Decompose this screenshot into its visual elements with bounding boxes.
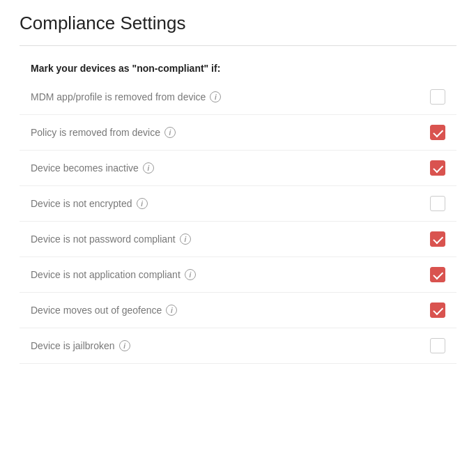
info-icon-device-inactive[interactable]: i <box>143 162 154 174</box>
list-item: Device moves out of geofencei <box>20 293 456 328</box>
list-item: Device is jailbrokeni <box>20 328 456 364</box>
list-item: Policy is removed from devicei <box>20 115 456 151</box>
checkbox-mdm-removed[interactable] <box>430 89 445 105</box>
info-icon-not-password-compliant[interactable]: i <box>180 234 191 245</box>
list-item: Device is not password complianti <box>20 222 456 257</box>
item-label-not-encrypted: Device is not encrypted <box>31 198 132 209</box>
item-label-geofence: Device moves out of geofence <box>31 305 162 316</box>
section-divider <box>20 45 456 46</box>
item-label-mdm-removed: MDM app/profile is removed from device <box>31 91 206 102</box>
checkbox-not-password-compliant[interactable] <box>430 231 445 247</box>
page-container: Compliance Settings Mark your devices as… <box>0 0 476 383</box>
item-left-mdm-removed: MDM app/profile is removed from devicei <box>31 91 221 102</box>
info-icon-geofence[interactable]: i <box>166 305 177 316</box>
info-icon-jailbroken[interactable]: i <box>119 340 130 351</box>
item-label-not-app-compliant: Device is not application compliant <box>31 269 181 280</box>
item-left-jailbroken: Device is jailbrokeni <box>31 340 130 351</box>
list-item: Device becomes inactivei <box>20 151 456 186</box>
checkbox-geofence[interactable] <box>430 303 445 318</box>
checkbox-jailbroken[interactable] <box>430 338 445 353</box>
page-title: Compliance Settings <box>20 13 456 34</box>
list-item: Device is not application complianti <box>20 257 456 293</box>
item-left-not-password-compliant: Device is not password complianti <box>31 234 191 245</box>
item-left-geofence: Device moves out of geofencei <box>31 305 177 316</box>
item-left-policy-removed: Policy is removed from devicei <box>31 127 176 138</box>
info-icon-mdm-removed[interactable]: i <box>210 91 221 102</box>
item-left-not-encrypted: Device is not encryptedi <box>31 198 148 209</box>
checkbox-policy-removed[interactable] <box>430 125 445 140</box>
item-label-not-password-compliant: Device is not password compliant <box>31 234 176 245</box>
item-label-jailbroken: Device is jailbroken <box>31 340 115 351</box>
checkbox-not-encrypted[interactable] <box>430 196 445 211</box>
item-label-device-inactive: Device becomes inactive <box>31 162 139 174</box>
item-left-device-inactive: Device becomes inactivei <box>31 162 154 174</box>
settings-list: MDM app/profile is removed from deviceiP… <box>20 79 456 364</box>
checkbox-device-inactive[interactable] <box>430 160 445 176</box>
info-icon-not-encrypted[interactable]: i <box>137 198 148 209</box>
section-label: Mark your devices as "non-compliant" if: <box>20 63 456 74</box>
list-item: MDM app/profile is removed from devicei <box>20 79 456 115</box>
info-icon-not-app-compliant[interactable]: i <box>185 269 196 280</box>
checkbox-not-app-compliant[interactable] <box>430 267 445 282</box>
list-item: Device is not encryptedi <box>20 186 456 222</box>
item-label-policy-removed: Policy is removed from device <box>31 127 160 138</box>
info-icon-policy-removed[interactable]: i <box>164 127 176 138</box>
item-left-not-app-compliant: Device is not application complianti <box>31 269 196 280</box>
